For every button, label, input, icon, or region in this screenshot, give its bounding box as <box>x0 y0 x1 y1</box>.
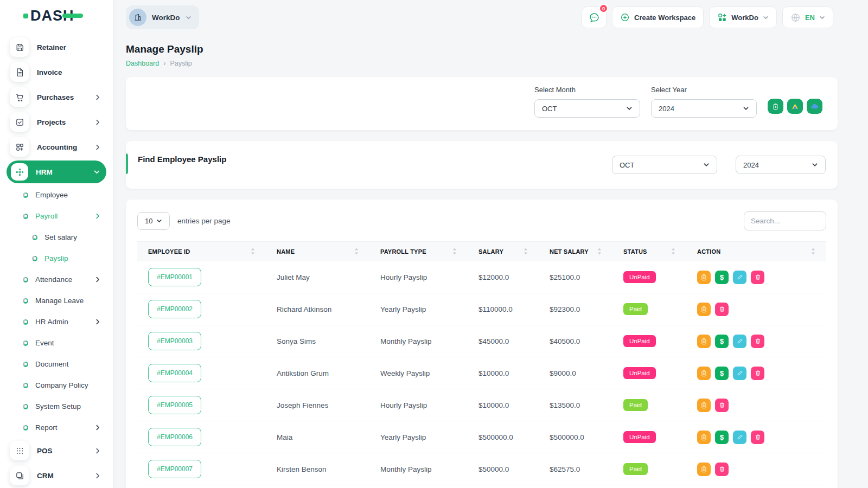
column-header-action[interactable]: ACTION <box>686 242 826 261</box>
chevron-right-icon <box>95 144 101 150</box>
payslip-button[interactable]: $ <box>697 463 711 476</box>
pay-button[interactable]: $ <box>715 367 729 380</box>
workspace-selector[interactable]: WorkDo <box>126 5 199 29</box>
language-selector[interactable]: EN <box>782 7 833 28</box>
payroll-type-cell: Yearly Payslip <box>369 293 468 325</box>
payslip-button[interactable]: $ <box>697 431 711 444</box>
sidebar-item-report[interactable]: Report <box>7 417 106 438</box>
sidebar-item-payroll[interactable]: Payroll <box>7 206 106 227</box>
find-employee-payslip-card: Find Employee Payslip OCT 2024 <box>126 141 838 189</box>
accounting-icon <box>10 137 29 157</box>
year-select[interactable]: 2024 <box>651 99 757 118</box>
sidebar-item-pos[interactable]: POS <box>7 438 106 463</box>
entries-per-page-label: entries per page <box>177 217 231 225</box>
sidebar-item-invoice[interactable]: Invoice <box>7 60 106 85</box>
employee-id-button[interactable]: #EMP00005 <box>148 396 201 414</box>
page-size-select[interactable]: 10 <box>137 212 170 230</box>
delete-button[interactable] <box>751 431 764 444</box>
chevron-right-icon <box>95 119 101 125</box>
sidebar-item-retainer[interactable]: Retainer <box>7 35 106 60</box>
payslip-button[interactable]: $ <box>697 271 711 284</box>
payslip-button[interactable]: $ <box>697 367 711 380</box>
row-actions: $ <box>697 399 815 412</box>
employee-name-cell: Richard Atkinson <box>266 293 369 325</box>
action-cell: $$ <box>686 421 826 453</box>
employee-id-button[interactable]: #EMP00003 <box>148 332 201 350</box>
column-header-name[interactable]: NAME <box>266 242 369 261</box>
edit-button[interactable] <box>733 367 746 380</box>
find-year-select[interactable]: 2024 <box>736 156 826 174</box>
edit-button[interactable] <box>733 335 746 348</box>
messages-button[interactable]: 0 <box>582 7 607 28</box>
employee-id-cell: #EMP00005 <box>137 389 266 421</box>
sort-icon <box>354 248 359 255</box>
sidebar-item-purchases[interactable]: Purchases <box>7 85 106 110</box>
payroll-type-cell: Monthly Payslip <box>369 453 468 485</box>
sidebar-item-manage-leave[interactable]: Manage Leave <box>7 290 106 311</box>
table-row: #EMP00007Kirsten BensonMonthly Payslip$5… <box>137 453 826 485</box>
column-label: EMPLOYEE ID <box>148 248 190 255</box>
payslip-button[interactable]: $ <box>697 335 711 348</box>
column-header-employee-id[interactable]: EMPLOYEE ID <box>137 242 266 261</box>
column-header-salary[interactable]: SALARY <box>468 242 539 261</box>
chevron-right-icon <box>95 448 101 454</box>
sidebar-item-company-policy[interactable]: Company Policy <box>7 375 106 396</box>
chevron-down-icon <box>156 218 162 224</box>
sidebar-item-crm[interactable]: CRM <box>7 463 106 488</box>
one-drive-button[interactable] <box>807 99 822 114</box>
delete-button[interactable] <box>751 271 764 284</box>
sidebar-item-set-salary[interactable]: Set salary <box>7 227 106 248</box>
edit-icon <box>737 370 743 376</box>
bullet-icon <box>32 235 37 240</box>
column-header-status[interactable]: STATUS <box>612 242 686 261</box>
bullet-icon <box>23 214 28 219</box>
search-input[interactable] <box>744 211 826 230</box>
sidebar-item-accounting[interactable]: Accounting <box>7 134 106 159</box>
employee-id-button[interactable]: #EMP00007 <box>148 460 201 478</box>
delete-button[interactable] <box>751 367 764 380</box>
pay-button[interactable]: $ <box>715 335 729 348</box>
employee-id-button[interactable]: #EMP00004 <box>148 364 201 382</box>
sidebar-item-label: System Setup <box>35 402 81 410</box>
sidebar-item-payslip[interactable]: Payslip <box>7 248 106 269</box>
sidebar-nav: RetainerInvoicePurchasesProjectsAccounti… <box>0 31 113 488</box>
edit-button[interactable] <box>733 431 746 444</box>
delete-button[interactable] <box>751 335 764 348</box>
sidebar-item-document[interactable]: Document <box>7 354 106 375</box>
payslip-icon: $ <box>700 434 707 441</box>
employee-id-button[interactable]: #EMP00006 <box>148 428 201 446</box>
action-cell: $ <box>686 293 826 325</box>
google-drive-button[interactable] <box>787 99 803 114</box>
edit-button[interactable] <box>733 271 746 284</box>
employee-id-button[interactable]: #EMP00001 <box>148 268 201 286</box>
delete-button[interactable] <box>715 463 729 476</box>
find-month-select[interactable]: OCT <box>612 156 717 174</box>
payslip-export-button[interactable]: $ <box>768 99 783 114</box>
payslip-button[interactable]: $ <box>697 399 711 412</box>
sidebar-item-projects[interactable]: Projects <box>7 110 106 134</box>
app-switcher-button[interactable]: WorkDo <box>709 7 777 28</box>
breadcrumb-dashboard-link[interactable]: Dashboard <box>126 60 159 67</box>
delete-button[interactable] <box>715 399 729 412</box>
table-row: #EMP00004Antikstion GrumWeekly Payslip$1… <box>137 357 826 389</box>
employee-name-cell: Juliet May <box>266 261 369 293</box>
sidebar-item-hrm[interactable]: HRM <box>7 160 106 183</box>
delete-button[interactable] <box>715 303 729 316</box>
sidebar-item-system-setup[interactable]: System Setup <box>7 396 106 417</box>
pay-button[interactable]: $ <box>715 431 729 444</box>
app-logo[interactable]: DASH <box>30 8 74 24</box>
pay-button[interactable]: $ <box>715 271 729 284</box>
month-select[interactable]: OCT <box>534 99 640 118</box>
column-header-net-salary[interactable]: NET SALARY <box>539 242 612 261</box>
sidebar-item-event[interactable]: Event <box>7 332 106 354</box>
action-cell: $ <box>686 453 826 485</box>
sidebar-item-hr-admin[interactable]: HR Admin <box>7 311 106 332</box>
create-workspace-button[interactable]: Create Workspace <box>612 7 704 28</box>
sidebar-item-employee[interactable]: Employee <box>7 184 106 206</box>
employee-id-button[interactable]: #EMP00002 <box>148 300 201 318</box>
sidebar-item-attendance[interactable]: Attendance <box>7 269 106 290</box>
payslip-icon: $ <box>700 338 707 345</box>
sidebar-item-label: Company Policy <box>35 381 88 389</box>
column-header-payroll-type[interactable]: PAYROLL TYPE <box>369 242 468 261</box>
payslip-button[interactable]: $ <box>697 303 711 316</box>
